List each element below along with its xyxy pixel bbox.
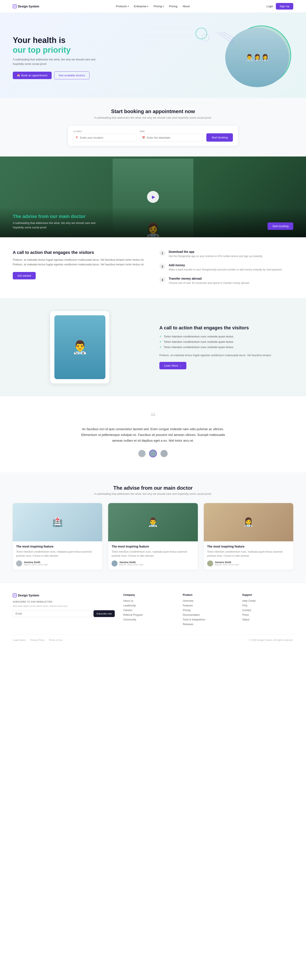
login-button[interactable]: Login [266, 5, 273, 8]
features-left: A call to action that engages the visito… [13, 250, 147, 285]
blog-card-1[interactable]: 🏥 The most inspiring feature Tortor inte… [13, 503, 102, 570]
step-item-1: 1 Download the app Get the Designship ap… [159, 250, 293, 258]
start-booking-button[interactable]: Start booking [206, 133, 233, 142]
signup-button[interactable]: Sign Up [276, 3, 293, 10]
footer-top: ✕ Design System SUBSCRIBE TO OUR NEWSLET… [13, 593, 293, 626]
blog-content-1: The most inspiring feature Tortor interd… [13, 541, 102, 570]
author-meta-2: Aug 04, 2022 | 5min read [119, 563, 143, 566]
footer-link-about[interactable]: About us [123, 600, 174, 602]
footer-link-status[interactable]: Status [242, 618, 293, 621]
terms-link[interactable]: Terms of Use [49, 639, 63, 641]
blog-author-3: Jasmine Smith Aug 04, 2022 | 5min read [207, 560, 290, 566]
newsletter-desc: Absurdity digest of the latest news, art… [13, 604, 115, 608]
footer-link-leadership[interactable]: Leadership [123, 604, 174, 607]
nav-pricing-dropdown[interactable]: Pricing ▾ [154, 5, 164, 8]
step-title-1: Download the app [169, 250, 263, 253]
calendar-icon: 📅 [17, 74, 20, 77]
booking-section: Start booking an appointment now A subhe… [0, 98, 306, 156]
check-item-2: ✓ Tortor interdum condimentum nunc moles… [159, 340, 293, 344]
footer-link-referral[interactable]: Referral Program [123, 613, 174, 616]
features-title: A call to action that engages the visito… [13, 250, 147, 255]
footer-col-title-support: Support [242, 593, 293, 597]
date-label: Date [140, 130, 203, 132]
nav-actions: Login Sign Up [266, 3, 293, 10]
hero-subtitle: A subheading that addresses the what, th… [13, 57, 102, 66]
footer-link-pricing[interactable]: Pricing [183, 609, 234, 612]
blog-content-2: The most inspiring feature Tortor interd… [108, 541, 198, 570]
subscribe-button[interactable]: Subscribe now [94, 610, 115, 617]
legal-notice-link[interactable]: Legal Notice [13, 639, 26, 641]
hero-image-area: 👨‍⚕️👩‍⚕️👩‍⚕️ [191, 25, 293, 89]
learn-more-button[interactable]: Learn More → [159, 362, 186, 369]
footer-links-product: Overview Features Pricing Documentation … [183, 600, 234, 626]
footer-link-help[interactable]: Help Center [242, 600, 293, 602]
avatar-3[interactable] [160, 450, 168, 457]
footer-link-features[interactable]: Features [183, 604, 234, 607]
footer-link-overview[interactable]: Overview [183, 600, 234, 602]
get-started-button[interactable]: Get started [13, 272, 36, 279]
footer-link-press[interactable]: Press [242, 613, 293, 616]
author-meta-1: Aug 04, 2022 | 5min read [24, 563, 48, 566]
avatar-2[interactable] [149, 450, 157, 457]
date-input[interactable] [140, 134, 203, 142]
svg-line-0 [217, 32, 234, 45]
footer-link-tools[interactable]: Tools & Integrations [183, 618, 234, 621]
blog-card-2[interactable]: 👨‍⚕️ The most inspiring feature Tortor i… [108, 503, 198, 570]
author-meta-3: Aug 04, 2022 | 5min read [215, 563, 239, 566]
see-doctors-button[interactable]: See available doctors [54, 72, 89, 79]
step-desc-1: Get the Designship app on your Android o… [169, 254, 263, 258]
nav-products[interactable]: Products ▾ [116, 5, 129, 8]
blog-author-1: Jasmine Smith Aug 04, 2022 | 5min read [16, 560, 99, 566]
author-name-3: Jasmine Smith [215, 561, 239, 563]
footer-links-support: Help Center FAQ Contact Press Status [242, 600, 293, 621]
book-appointment-button[interactable]: 📅 Book an appointment [13, 72, 52, 79]
nav-enterprise[interactable]: Enterprise ▾ [134, 5, 148, 8]
play-button[interactable]: ▶ [147, 191, 159, 203]
footer-link-releases[interactable]: Releases [183, 623, 234, 626]
author-avatar-2 [111, 560, 117, 566]
footer-col-title-product: Product [183, 593, 234, 597]
cta-section: 👨‍⚕️ A call to action that engages the v… [0, 298, 306, 396]
check-icon-3: ✓ [159, 345, 162, 349]
video-overlay: The advise from our main doctor A subhea… [0, 207, 306, 237]
cta-content: A call to action that engages the visito… [159, 325, 293, 369]
location-input[interactable] [73, 134, 136, 142]
doctor-card: 👨‍⚕️ [50, 311, 109, 383]
footer-link-community[interactable]: Community [123, 618, 174, 621]
video-text: The advise from our main doctor A subhea… [13, 214, 98, 230]
nav-links: Products ▾ Enterprise ▾ Pricing ▾ Pricin… [116, 5, 190, 8]
author-info-2: Jasmine Smith Aug 04, 2022 | 5min read [119, 561, 143, 566]
blog-image-3: 👩‍⚕️ [204, 503, 293, 541]
date-field: Date 📅 [140, 130, 203, 142]
footer-link-faq[interactable]: FAQ [242, 604, 293, 607]
check-item-1: ✓ Tortor interdum condimentum nunc moles… [159, 335, 293, 338]
footer-link-documentation[interactable]: Documentation [183, 613, 234, 616]
blog-post-title-1: The most inspiring feature [16, 545, 99, 548]
author-avatar-1 [16, 560, 22, 566]
step-item-3: 3 Transfer money abroad Choose one of ov… [159, 277, 293, 285]
video-start-booking-button[interactable]: Start booking [268, 223, 293, 230]
logo-icon: ✕ [13, 5, 17, 8]
steps-list: 1 Download the app Get the Designship ap… [159, 250, 293, 285]
location-icon: 📍 [75, 136, 78, 139]
check-icon-1: ✓ [159, 335, 162, 338]
calendar-icon: 📅 [142, 136, 145, 139]
blog-post-title-3: The most inspiring feature [207, 545, 290, 548]
blog-image-1: 🏥 [13, 503, 102, 541]
logo-text: Design System [18, 5, 39, 8]
privacy-policy-link[interactable]: Privacy Policy [30, 639, 44, 641]
booking-subtitle: A subheading that addresses the what, th… [13, 116, 293, 119]
step-desc-3: Choose one of over 30 currencies and spe… [169, 281, 250, 285]
nav-logo[interactable]: ✕ Design System [13, 5, 39, 8]
blog-post-desc-1: Tortor interdum condimentum nunc, malead… [16, 550, 99, 558]
cta-image-area: 👨‍⚕️ [13, 311, 147, 383]
avatar-1[interactable] [138, 450, 146, 457]
blog-section: The advise from our main doctor A subhea… [0, 472, 306, 582]
footer-link-careers[interactable]: Careers [123, 609, 174, 612]
newsletter-input[interactable] [13, 610, 92, 617]
nav-about[interactable]: About [182, 5, 190, 8]
footer-legal: Legal Notice Privacy Policy Terms of Use [13, 639, 62, 641]
blog-card-3[interactable]: 👩‍⚕️ The most inspiring feature Tortor i… [204, 503, 293, 570]
nav-pricing[interactable]: Pricing [169, 5, 178, 8]
footer-link-contact[interactable]: Contact [242, 609, 293, 612]
